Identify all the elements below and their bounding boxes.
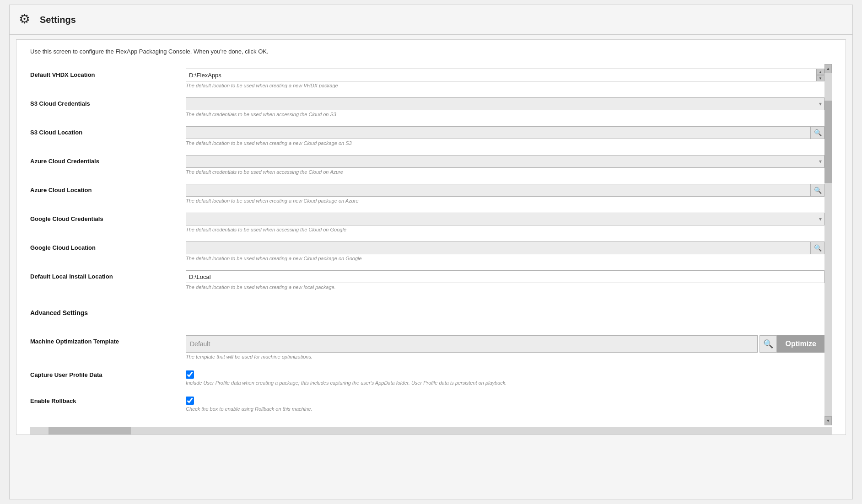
google-location-input[interactable] <box>186 241 811 254</box>
scroll-up-btn[interactable]: ▲ <box>824 64 832 73</box>
azure-credentials-label: Azure Cloud Credentials <box>30 155 186 165</box>
azure-location-hint: The default location to be used when cre… <box>186 198 824 204</box>
azure-location-input[interactable] <box>186 184 811 197</box>
s3-credentials-label: S3 Cloud Credentials <box>30 97 186 107</box>
vertical-scrollbar[interactable]: ▲ ▼ <box>824 64 832 425</box>
azure-location-label: Azure Cloud Location <box>30 184 186 193</box>
google-credentials-hint: The default credentials to be used when … <box>186 227 824 232</box>
scroll-thumb[interactable] <box>824 101 832 183</box>
enable-rollback-hint: Check the box to enable using Rollback o… <box>186 406 824 412</box>
settings-page-icon: ⚙ <box>19 11 35 28</box>
azure-location-row: Azure Cloud Location 🔍 The default locat… <box>30 179 824 208</box>
vhdx-scroll-up[interactable]: ▲ <box>816 69 824 75</box>
local-install-location-label: Default Local Install Location <box>30 270 186 280</box>
optimize-button[interactable]: Optimize <box>777 335 824 353</box>
s3-credentials-row: S3 Cloud Credentials ▾ The default crede… <box>30 93 824 122</box>
google-location-row: Google Cloud Location 🔍 The default loca… <box>30 237 824 266</box>
horizontal-scrollbar-thumb[interactable] <box>48 427 131 434</box>
machine-optimization-label: Machine Optimization Template <box>30 335 186 345</box>
azure-location-browse-btn[interactable]: 🔍 <box>811 184 824 197</box>
google-location-browse-btn[interactable]: 🔍 <box>811 241 824 254</box>
s3-location-browse-btn[interactable]: 🔍 <box>811 126 824 139</box>
capture-user-profile-checkbox[interactable] <box>186 370 194 379</box>
s3-location-label: S3 Cloud Location <box>30 126 186 136</box>
capture-user-profile-label: Capture User Profile Data <box>30 369 186 378</box>
advanced-settings-section: Advanced Settings <box>30 295 824 331</box>
azure-credentials-row: Azure Cloud Credentials ▾ The default cr… <box>30 150 824 179</box>
s3-location-input[interactable] <box>186 126 811 139</box>
s3-location-row: S3 Cloud Location 🔍 The default location… <box>30 122 824 150</box>
google-location-hint: The default location to be used when cre… <box>186 256 824 261</box>
local-install-location-input[interactable] <box>186 270 824 283</box>
vhdx-location-hint: The default location to be used when cre… <box>186 83 824 88</box>
s3-credentials-select[interactable] <box>186 97 824 110</box>
vhdx-location-label: Default VHDX Location <box>30 69 186 78</box>
google-credentials-select[interactable] <box>186 213 824 225</box>
advanced-settings-heading: Advanced Settings <box>30 303 824 320</box>
capture-user-profile-row: Capture User Profile Data Include User P… <box>30 364 824 390</box>
azure-credentials-select[interactable] <box>186 155 824 168</box>
vhdx-location-row: Default VHDX Location ▲ ▼ The default lo… <box>30 64 824 93</box>
google-location-label: Google Cloud Location <box>30 241 186 251</box>
azure-credentials-hint: The default credentials to be used when … <box>186 169 824 175</box>
s3-credentials-hint: The default credentials to be used when … <box>186 112 824 117</box>
page-title: Settings <box>40 15 76 25</box>
machine-optimization-magnify-btn[interactable]: 🔍 <box>760 335 777 353</box>
horizontal-scrollbar[interactable] <box>30 427 832 434</box>
capture-user-profile-hint: Include User Profile data when creating … <box>186 380 824 386</box>
enable-rollback-label: Enable Rollback <box>30 395 186 404</box>
local-install-location-hint: The default location to be used when cre… <box>186 284 824 290</box>
google-credentials-row: Google Cloud Credentials ▾ The default c… <box>30 208 824 237</box>
vhdx-location-input[interactable] <box>186 69 816 81</box>
enable-rollback-checkbox[interactable] <box>186 397 194 405</box>
vhdx-scroll-down[interactable]: ▼ <box>816 75 824 81</box>
enable-rollback-row: Enable Rollback Check the box to enable … <box>30 390 824 416</box>
scroll-down-btn[interactable]: ▼ <box>824 416 832 425</box>
machine-optimization-row: Machine Optimization Template 🔍 Optimize… <box>30 331 824 364</box>
local-install-location-row: Default Local Install Location The defau… <box>30 266 824 295</box>
machine-optimization-input[interactable] <box>186 335 758 353</box>
machine-optimization-hint: The template that will be used for machi… <box>186 354 824 359</box>
s3-location-hint: The default location to be used when cre… <box>186 140 824 146</box>
intro-text: Use this screen to configure the FlexApp… <box>30 48 832 55</box>
google-credentials-label: Google Cloud Credentials <box>30 213 186 222</box>
